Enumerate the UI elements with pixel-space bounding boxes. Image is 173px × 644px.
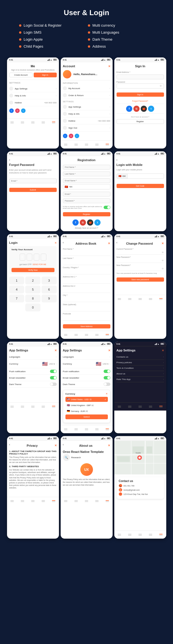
instagram-icon[interactable]: ◎ <box>15 108 20 113</box>
currency-option-gbp[interactable]: 🇬🇧 United Kingdom - GBP / £ <box>65 403 108 408</box>
num-5-button[interactable]: 5 <box>25 286 40 293</box>
facebook-login-button[interactable]: f <box>72 219 79 226</box>
privacy-menu-item[interactable]: Privacy policies › <box>117 360 164 365</box>
close-icon[interactable]: ✕ <box>108 444 110 447</box>
dark-theme-toggle[interactable] <box>50 383 57 386</box>
languages-setting[interactable]: Languages › <box>9 354 57 360</box>
num-4-button[interactable]: 4 <box>9 286 24 293</box>
apple-login-button[interactable]: 🍎 <box>141 106 147 112</box>
menu-item-app-settings[interactable]: App Settings › <box>9 85 57 92</box>
back-arrow-icon[interactable]: ‹ <box>117 158 164 161</box>
nav-search[interactable] <box>74 427 79 432</box>
verify-button[interactable]: Verify Now <box>12 268 54 272</box>
address1-input[interactable] <box>63 279 110 284</box>
rate-app-menu-item[interactable]: Rate This App › <box>117 377 164 382</box>
nav-search[interactable] <box>20 404 25 409</box>
menu-help[interactable]: Help & Info › <box>63 110 110 117</box>
password-input[interactable] <box>119 85 160 87</box>
nav-wishlist[interactable] <box>41 404 46 409</box>
nav-profile[interactable] <box>51 120 56 125</box>
phone-number-input[interactable] <box>128 174 163 178</box>
twitter-icon[interactable]: t <box>75 134 79 138</box>
nav-wishlist[interactable] <box>94 427 99 432</box>
apple-login-button[interactable]: 🍎 <box>87 219 93 226</box>
google-login-button[interactable]: G <box>133 106 140 112</box>
exclusive-toggle[interactable] <box>104 206 110 209</box>
nav-profile[interactable] <box>51 404 56 409</box>
nav-cart[interactable] <box>30 499 35 504</box>
nav-profile[interactable] <box>105 142 110 147</box>
eye-icon[interactable]: 👁 <box>160 85 162 87</box>
back-arrow-icon[interactable]: ‹ <box>117 241 117 244</box>
select-currency-button[interactable]: Select <box>65 414 108 419</box>
signin-submit-button[interactable]: Sign In <box>117 92 164 97</box>
eye-icon[interactable]: 👁 <box>161 259 164 262</box>
push-notification-toggle[interactable] <box>50 370 57 373</box>
num-6-button[interactable]: 6 <box>42 286 57 293</box>
nav-wishlist[interactable] <box>41 499 46 504</box>
terms-menu-item[interactable]: Term & Condition › <box>117 365 164 371</box>
signin-button[interactable]: Sign In <box>34 73 57 77</box>
menu-hotline[interactable]: Hotline +84 000 000 <box>63 117 110 124</box>
state-input[interactable] <box>63 307 110 311</box>
nav-wishlist[interactable] <box>94 499 99 504</box>
num-7-button[interactable]: 7 <box>9 295 24 302</box>
nav-profile[interactable] <box>51 499 56 504</box>
menu-signout[interactable]: Sign Out › <box>63 124 110 131</box>
close-icon[interactable]: ✕ <box>54 241 57 244</box>
back-arrow-icon[interactable]: ‹ <box>9 443 10 446</box>
facebook-icon[interactable]: f <box>9 108 14 113</box>
otp-box-3[interactable] <box>34 254 39 261</box>
nav-wishlist[interactable] <box>41 120 46 125</box>
menu-item-help[interactable]: Help & Info › <box>9 92 57 99</box>
get-code-button[interactable]: Get Code <box>117 184 164 188</box>
city-input[interactable] <box>63 298 110 302</box>
back-arrow-icon[interactable]: ‹ <box>9 158 57 161</box>
menu-item-hotline[interactable]: Hotline +84 900 000 <box>9 99 57 106</box>
num-1-button[interactable]: 1 <box>9 277 24 284</box>
email-input[interactable] <box>63 192 110 196</box>
register-button[interactable]: Register <box>117 119 164 124</box>
back-arrow-icon[interactable]: ‹ <box>63 443 64 446</box>
nav-cart[interactable] <box>138 296 143 302</box>
email-newsletter-toggle[interactable] <box>104 376 110 379</box>
otp-box-1[interactable]: ✕ <box>20 254 25 261</box>
about-menu-item[interactable]: About us › <box>117 371 164 377</box>
nav-profile[interactable] <box>158 404 163 409</box>
dark-theme-toggle[interactable] <box>104 383 110 386</box>
nav-wishlist[interactable] <box>148 296 153 302</box>
save-address-button[interactable]: Save Address <box>63 324 110 328</box>
nav-search[interactable] <box>20 499 25 504</box>
num-0-button[interactable]: 0 <box>25 304 40 311</box>
nav-home[interactable] <box>63 332 68 337</box>
country-input[interactable] <box>63 270 110 274</box>
close-icon[interactable]: ✕ <box>162 349 164 352</box>
nav-search[interactable] <box>74 142 79 147</box>
last-name-input[interactable] <box>63 261 110 265</box>
nav-cart[interactable] <box>30 120 35 125</box>
facebook-icon[interactable]: f <box>63 134 67 138</box>
nav-wishlist[interactable] <box>94 142 99 147</box>
nav-cart[interactable] <box>138 404 143 409</box>
facebook-login-button[interactable]: f <box>126 106 132 112</box>
nav-wishlist[interactable] <box>94 332 99 337</box>
close-modal-icon[interactable]: ✕ <box>106 392 108 395</box>
first-name-input[interactable] <box>63 165 110 170</box>
nav-cart[interactable] <box>138 532 143 537</box>
close-icon[interactable]: ✕ <box>54 349 57 352</box>
address2-input[interactable] <box>63 288 110 293</box>
send-for-me-link[interactable]: SEND FOR ME <box>33 263 46 265</box>
num-2-button[interactable]: 2 <box>25 277 40 284</box>
email-name-input[interactable] <box>63 178 110 183</box>
push-notification-toggle[interactable] <box>104 370 110 373</box>
email-input[interactable] <box>9 179 57 183</box>
save-password-button[interactable]: Save new password <box>117 277 164 282</box>
menu-my-account[interactable]: My Account › <box>63 85 110 92</box>
submit-button[interactable]: Submit <box>9 188 57 192</box>
contacts-menu-item[interactable]: Contacts us › <box>117 354 164 360</box>
close-icon[interactable]: ✕ <box>108 242 110 245</box>
languages-setting[interactable]: Languages › <box>63 354 110 360</box>
postcode-input[interactable] <box>63 316 110 321</box>
currency-setting[interactable]: Currency 🇺🇸 USD $ › <box>63 360 110 368</box>
eye-icon[interactable]: 👁 <box>161 251 164 254</box>
